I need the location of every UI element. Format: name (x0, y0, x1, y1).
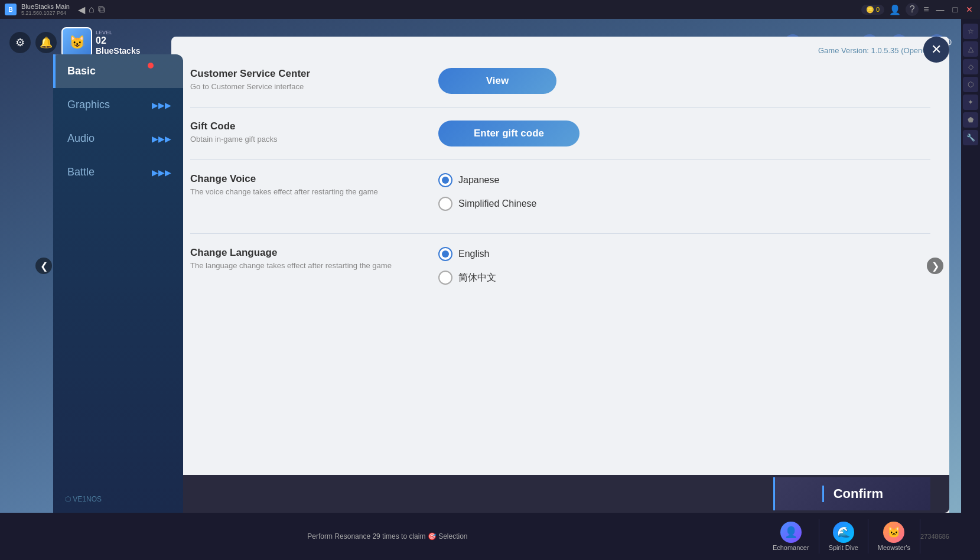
radio-sc-lang-label: 简休中文 (458, 272, 496, 284)
radio-english[interactable]: English (438, 247, 489, 261)
minimize-button[interactable]: — (934, 5, 947, 14)
game-version: Game Version: 1.0.5.35 (OpenGL) (171, 37, 949, 55)
nav-logo: ⬡ VE1NOS (53, 486, 183, 513)
radio-simplified-chinese-lang[interactable]: 简休中文 (438, 271, 496, 285)
spirit-dive-name: Spirit Dive (829, 544, 858, 551)
player-id: 27348686 (920, 533, 949, 540)
change-language-label: Change Language (190, 247, 415, 259)
change-language-control: English 简休中文 (415, 247, 930, 294)
copy-button[interactable]: ⧉ (98, 4, 105, 15)
radio-simplified-chinese-voice[interactable]: Simplified Chinese (438, 197, 537, 211)
bottom-bar: Perform Resonance 29 times to claim 🎯 Se… (0, 513, 961, 560)
sidebar-item-basic[interactable]: Basic (53, 54, 183, 88)
user-account-icon[interactable]: 👤 (889, 4, 901, 15)
sidebar-label-basic: Basic (67, 65, 96, 77)
settings-section-customer-service: Customer Service Center Go to Customer S… (190, 55, 930, 108)
left-navigation: Basic Graphics ▶▶▶ Audio ▶▶▶ Battle ▶▶▶ … (53, 54, 183, 513)
sidebar-label-graphics: Graphics (67, 99, 110, 111)
sidebar-item-battle[interactable]: Battle ▶▶▶ (53, 155, 183, 189)
meowster-name: Meowster's (878, 544, 910, 551)
settings-section-gift-code: Gift Code Obtain in-game gift packs Ente… (190, 108, 930, 160)
echomancer-icon: 👤 (780, 522, 802, 543)
sidebar-btn-5[interactable]: ✦ (963, 95, 978, 110)
app-title: BlueStacks Main (21, 3, 70, 10)
character-list: 👤 Echomancer 🌊 Spirit Dive 🐱 Meowster's (763, 519, 920, 554)
character-meowster[interactable]: 🐱 Meowster's (868, 519, 920, 554)
radio-english-label: English (458, 249, 489, 259)
radio-japanese[interactable]: Japanese (438, 173, 499, 187)
change-language-sublabel: The language change takes effect after r… (190, 261, 415, 270)
view-button[interactable]: View (438, 68, 556, 94)
nav-arrow-right[interactable]: ❯ (927, 258, 943, 274)
app-version: 5.21.560.1027 P64 (21, 10, 70, 16)
sidebar-btn-4[interactable]: ⬡ (963, 77, 978, 92)
app-logo: B (5, 4, 17, 15)
nav-dots-battle: ▶▶▶ (152, 168, 171, 177)
sidebar-btn-1[interactable]: ☆ (963, 24, 978, 39)
settings-content: Customer Service Center Go to Customer S… (171, 55, 949, 475)
nav-dots-graphics: ▶▶▶ (152, 100, 171, 110)
selection-label: Selection (438, 532, 467, 541)
gift-code-control: Enter gift code (415, 121, 930, 146)
change-voice-sublabel: The voice change takes effect after rest… (190, 187, 415, 196)
right-sidebar: ☆ △ ◇ ⬡ ✦ ⬟ 🔧 (961, 19, 980, 560)
gift-code-label-group: Gift Code Obtain in-game gift packs (190, 121, 415, 144)
radio-english-circle[interactable] (438, 247, 452, 261)
radio-sc-voice-label: Simplified Chinese (458, 198, 537, 209)
character-spirit-dive[interactable]: 🌊 Spirit Dive (819, 519, 868, 554)
radio-japanese-label: Japanese (458, 175, 499, 185)
coin-balance: 🪙 0 (861, 5, 884, 15)
radio-sc-voice-circle[interactable] (438, 197, 452, 211)
change-voice-label-group: Change Voice The voice change takes effe… (190, 173, 415, 196)
change-language-label-group: Change Language The language change take… (190, 247, 415, 270)
menu-icon[interactable]: ≡ (923, 4, 929, 15)
back-button[interactable]: ◀ (78, 4, 85, 15)
confirm-label: Confirm (834, 486, 883, 502)
maximize-button[interactable]: □ (950, 5, 960, 14)
sidebar-btn-3[interactable]: ◇ (963, 59, 978, 74)
radio-sc-lang-circle[interactable] (438, 271, 452, 285)
close-icon: ✕ (931, 42, 942, 57)
customer-service-label-group: Customer Service Center Go to Customer S… (190, 68, 415, 91)
close-window-button[interactable]: ✕ (963, 5, 975, 14)
resonance-text: Perform Resonance 29 times to claim 🎯 Se… (12, 532, 763, 541)
home-button[interactable]: ⌂ (89, 4, 95, 15)
echomancer-name: Echomancer (773, 544, 809, 551)
nav-arrow-left[interactable]: ❮ (35, 258, 52, 274)
coin-icon: 🪙 (866, 6, 874, 14)
character-echomancer[interactable]: 👤 Echomancer (763, 519, 819, 554)
confirm-button[interactable]: Confirm (773, 477, 930, 510)
customer-service-sublabel: Go to Customer Service interface (190, 82, 415, 91)
titlebar: B BlueStacks Main 5.21.560.1027 P64 ◀ ⌂ … (0, 0, 980, 19)
nav-badge (148, 63, 154, 69)
sidebar-item-audio[interactable]: Audio ▶▶▶ (53, 122, 183, 155)
nav-dots-audio: ▶▶▶ (152, 134, 171, 144)
titlebar-navigation: ◀ ⌂ ⧉ (78, 4, 105, 15)
selection-icon: 🎯 (428, 532, 438, 541)
customer-service-label: Customer Service Center (190, 68, 415, 80)
sidebar-btn-7[interactable]: 🔧 (963, 130, 978, 145)
settings-panel: Game Version: 1.0.5.35 (OpenGL) Customer… (171, 37, 949, 513)
titlebar-right: 🪙 0 👤 ? ≡ — □ ✕ (861, 3, 975, 16)
confirm-footer: Confirm (171, 475, 949, 513)
change-voice-control: Japanese Simplified Chinese (415, 173, 930, 220)
enter-gift-code-button[interactable]: Enter gift code (438, 121, 579, 146)
sidebar-label-battle: Battle (67, 166, 95, 178)
spirit-dive-icon: 🌊 (833, 522, 854, 543)
modal-overlay: ❮ Basic Graphics ▶▶▶ Audio ▶▶▶ Battle ▶▶… (0, 19, 961, 513)
close-settings-button[interactable]: ✕ (923, 37, 949, 63)
settings-section-change-language: Change Language The language change take… (190, 234, 930, 307)
customer-service-control: View (415, 68, 930, 94)
help-icon[interactable]: ? (906, 3, 919, 16)
gift-code-label: Gift Code (190, 121, 415, 132)
gift-code-sublabel: Obtain in-game gift packs (190, 135, 415, 144)
radio-japanese-circle[interactable] (438, 173, 452, 187)
sidebar-item-graphics[interactable]: Graphics ▶▶▶ (53, 88, 183, 122)
change-voice-label: Change Voice (190, 173, 415, 185)
window-controls: — □ ✕ (934, 5, 975, 14)
meowster-icon: 🐱 (883, 522, 904, 543)
settings-section-change-voice: Change Voice The voice change takes effe… (190, 160, 930, 234)
sidebar-btn-2[interactable]: △ (963, 41, 978, 57)
confirm-bar (822, 486, 824, 502)
sidebar-btn-6[interactable]: ⬟ (963, 112, 978, 128)
